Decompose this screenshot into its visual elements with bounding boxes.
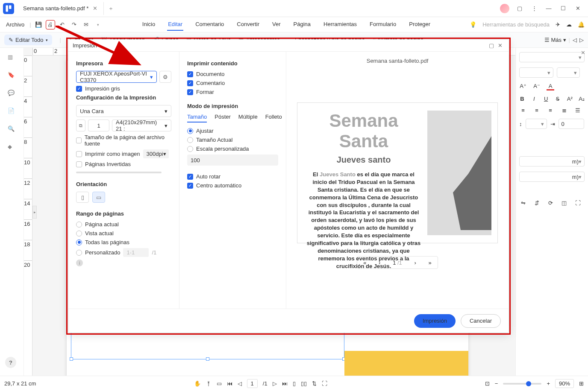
tab-proteger[interactable]: Proteger <box>408 18 431 31</box>
collapse-rail-icon[interactable]: ▸ <box>32 206 37 219</box>
range-current-radio[interactable]: Página actual <box>76 221 171 228</box>
tab-formulario[interactable]: Formulario <box>369 18 397 31</box>
list-icon[interactable]: ☰ <box>574 107 582 114</box>
replace-icon[interactable]: ⛶ <box>574 200 582 206</box>
maximize-icon[interactable]: ☐ <box>559 5 567 12</box>
attachment-icon[interactable]: 📄 <box>8 108 16 116</box>
strike-icon[interactable]: S̶ <box>555 96 561 102</box>
inverted-pages-checkbox[interactable]: Páginas Invertidas <box>76 161 171 167</box>
italic-icon[interactable]: I <box>531 96 537 102</box>
search-icon[interactable]: 🔍 <box>8 125 16 134</box>
help-icon[interactable]: ? <box>5 357 16 368</box>
line-spacing-select[interactable]: ▾ <box>526 119 547 129</box>
read-mode-icon[interactable]: ▭ <box>217 380 222 387</box>
more-button[interactable]: ☰ Más ▾ <box>544 37 566 43</box>
rotate-icon[interactable]: ⟳ <box>547 200 554 206</box>
dialog-close-icon[interactable]: ✕ <box>496 42 504 49</box>
tab-comentario[interactable]: Comentario <box>194 18 225 31</box>
print-button[interactable]: Impresión <box>414 314 456 328</box>
zoom-slider[interactable] <box>503 383 541 385</box>
orientation-landscape[interactable]: ▭ <box>92 192 105 203</box>
zoom-in-icon[interactable]: + <box>547 380 550 387</box>
save-icon[interactable]: 💾 <box>34 20 43 29</box>
search-tools-label[interactable]: Herramientas de búsqueda <box>482 21 550 28</box>
hand-tool-icon[interactable]: ✋ <box>194 380 201 387</box>
bold-icon[interactable]: B <box>519 96 525 102</box>
indent-value[interactable]: 0 <box>559 119 584 129</box>
align-center-icon[interactable]: ≡ <box>533 107 541 114</box>
sides-select[interactable]: Una Cara▾ <box>76 105 171 117</box>
tab-convertir[interactable]: Convertir <box>236 18 260 31</box>
redo-icon[interactable]: ↷ <box>70 20 79 29</box>
font-family-select[interactable]: ▾ <box>519 52 585 62</box>
font-style-select[interactable]: ▾ <box>519 67 553 78</box>
mode-tab-multiple[interactable]: Múltiple <box>238 114 258 123</box>
mode-tab-poster[interactable]: Póster <box>215 114 231 123</box>
single-page-icon[interactable]: ▯ <box>293 380 296 387</box>
auto-rotate-checkbox[interactable]: ✓Auto rotar <box>187 173 278 180</box>
print-as-image-checkbox[interactable]: Imprimir como imagen 300dpi▾ <box>76 149 171 158</box>
line-spacing-icon[interactable]: ↕ <box>519 121 522 127</box>
close-window-icon[interactable]: ✕ <box>573 5 582 12</box>
align-justify-icon[interactable]: ≣ <box>560 107 568 114</box>
pager-last-icon[interactable]: » <box>428 260 431 266</box>
mode-tab-booklet[interactable]: Folleto <box>265 114 282 123</box>
last-page-icon[interactable]: ⏭ <box>282 380 288 387</box>
document-tab[interactable]: Semana santa-folleto.pdf * ✕ <box>17 2 104 15</box>
content-document-checkbox[interactable]: ✓Documento <box>187 71 278 77</box>
select-tool-icon[interactable]: ⭱ <box>206 380 212 387</box>
print-icon[interactable]: 🖨 <box>46 20 55 29</box>
align-left-icon[interactable]: ≡ <box>519 107 527 114</box>
crop-icon[interactable]: ◫ <box>560 200 568 206</box>
printer-settings-button[interactable]: ⚙ <box>159 71 171 83</box>
tab-inicio[interactable]: Inicio <box>141 18 156 31</box>
undo-icon[interactable]: ↶ <box>58 20 67 29</box>
content-form-checkbox[interactable]: ✓Formar <box>187 89 278 95</box>
cancel-button[interactable]: Cancelar <box>461 314 501 328</box>
first-page-icon[interactable]: ⏮ <box>227 380 232 387</box>
increase-font-icon[interactable]: A⁺ <box>519 83 527 90</box>
two-page-icon[interactable]: ▯▯ <box>301 380 307 387</box>
paper-size-select[interactable]: A4(210x297mm) 21 :▾ <box>112 120 171 131</box>
printer-select[interactable]: FUJI XEROX ApeosPort-VI C3370 ▾ <box>76 71 157 83</box>
scroll-mode-icon[interactable]: ⇅ <box>312 380 317 387</box>
tab-ver[interactable]: Ver <box>271 18 282 31</box>
height-select[interactable]: m) ▾ <box>519 172 585 182</box>
align-right-icon[interactable]: ≡ <box>547 107 554 114</box>
close-panel-icon[interactable]: ✕ <box>581 50 585 56</box>
range-view-radio[interactable]: Vista actual <box>76 230 171 236</box>
flip-h-icon[interactable]: ⇋ <box>519 200 527 206</box>
tab-pagina[interactable]: Página <box>293 18 312 31</box>
width-select[interactable]: m) ▾ <box>519 156 585 166</box>
superscript-icon[interactable]: A² <box>567 96 573 102</box>
mode-tab-size[interactable]: Tamaño <box>187 114 207 123</box>
nav-left-icon[interactable]: ◁ <box>573 37 577 43</box>
auto-center-checkbox[interactable]: ✓Centro automático <box>187 182 278 189</box>
bookmark-icon[interactable]: 🔖 <box>8 72 16 80</box>
mail-icon[interactable]: ✉ <box>82 20 91 29</box>
decrease-font-icon[interactable]: A⁻ <box>533 83 541 90</box>
chat-icon[interactable]: ▢ <box>515 5 524 12</box>
comment-icon[interactable]: 💬 <box>8 90 16 98</box>
zoom-value[interactable]: 90% <box>555 379 574 388</box>
layers-icon[interactable]: ◆ <box>8 143 16 152</box>
menu-file[interactable]: Archivo <box>3 21 27 28</box>
next-page-icon[interactable]: ▷ <box>273 380 277 387</box>
tab-herramientas[interactable]: Herramientas <box>323 18 358 31</box>
range-all-radio[interactable]: Todas las páginas <box>76 239 171 245</box>
copies-input[interactable]: 1 <box>88 120 109 131</box>
user-avatar[interactable] <box>500 4 509 13</box>
nav-right-icon[interactable]: ▷ <box>579 37 584 43</box>
subscript-icon[interactable]: A₂ <box>579 96 585 102</box>
orientation-portrait[interactable]: ▯ <box>76 192 89 203</box>
custom-scale-radio[interactable]: Escala personalizada <box>187 146 278 152</box>
minimize-icon[interactable]: — <box>544 5 553 12</box>
chevron-down-icon[interactable]: ▾ <box>94 20 103 29</box>
flip-v-icon[interactable]: ⇵ <box>533 200 541 206</box>
send-icon[interactable]: ✈ <box>556 21 560 28</box>
fit-page-icon[interactable]: ⊞ <box>579 380 584 387</box>
cloud-icon[interactable]: ☁ <box>566 21 572 28</box>
underline-icon[interactable]: U <box>543 96 549 102</box>
range-custom-radio[interactable]: Personalizado 1-1 /1 <box>76 248 171 257</box>
content-comment-checkbox[interactable]: ✓Comentario <box>187 80 278 86</box>
